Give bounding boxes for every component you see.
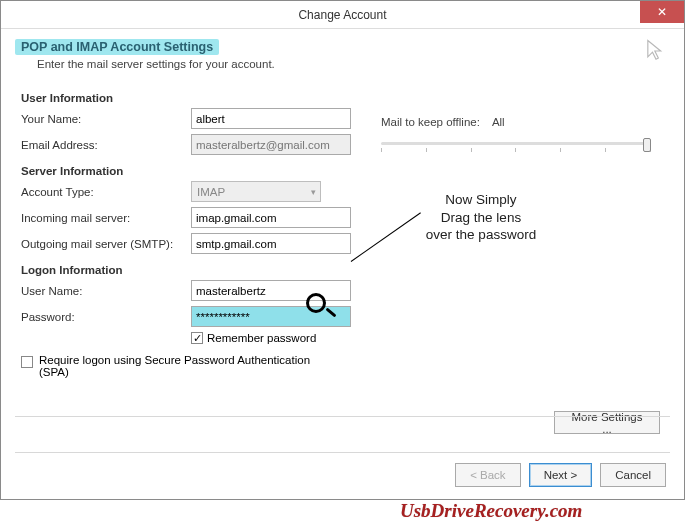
spa-checkbox[interactable]: Require logon using Secure Password Auth… bbox=[21, 354, 341, 378]
offline-value: All bbox=[492, 116, 505, 128]
back-button: < Back bbox=[455, 463, 520, 487]
email-label: Email Address: bbox=[21, 139, 191, 151]
account-type-select: IMAP ▾ bbox=[191, 181, 321, 202]
username-field[interactable] bbox=[191, 280, 351, 301]
name-field[interactable] bbox=[191, 108, 351, 129]
outgoing-server-field[interactable] bbox=[191, 233, 351, 254]
cancel-button[interactable]: Cancel bbox=[600, 463, 666, 487]
checkbox-empty-icon bbox=[21, 356, 33, 368]
offline-slider[interactable] bbox=[381, 136, 651, 154]
name-label: Your Name: bbox=[21, 113, 191, 125]
email-field[interactable] bbox=[191, 134, 351, 155]
slider-track bbox=[381, 142, 651, 145]
checkbox-icon: ✓ bbox=[191, 332, 203, 344]
magnifier-icon bbox=[306, 293, 326, 313]
cursor-icon bbox=[642, 37, 670, 65]
page-heading: POP and IMAP Account Settings bbox=[15, 39, 219, 55]
close-icon: ✕ bbox=[657, 5, 667, 19]
watermark-text: UsbDriveRecovery.com bbox=[400, 500, 582, 522]
slider-thumb[interactable] bbox=[643, 138, 651, 152]
page-subtext: Enter the mail server settings for your … bbox=[37, 58, 642, 70]
username-label: User Name: bbox=[21, 285, 191, 297]
chevron-down-icon: ▾ bbox=[311, 187, 316, 197]
password-label: Password: bbox=[21, 311, 191, 323]
account-type-label: Account Type: bbox=[21, 186, 191, 198]
remember-password-label: Remember password bbox=[207, 332, 316, 344]
user-info-header: User Information bbox=[21, 92, 664, 104]
titlebar: Change Account ✕ bbox=[1, 1, 684, 29]
incoming-label: Incoming mail server: bbox=[21, 212, 191, 224]
account-type-value: IMAP bbox=[197, 186, 225, 198]
close-button[interactable]: ✕ bbox=[640, 1, 684, 23]
window-title: Change Account bbox=[298, 8, 386, 22]
slider-ticks bbox=[381, 148, 651, 153]
server-info-header: Server Information bbox=[21, 165, 664, 177]
logon-info-header: Logon Information bbox=[21, 264, 664, 276]
divider bbox=[15, 452, 670, 453]
instruction-callout: Now Simply Drag the lens over the passwo… bbox=[401, 191, 561, 244]
offline-label: Mail to keep offline: bbox=[381, 116, 480, 128]
incoming-server-field[interactable] bbox=[191, 207, 351, 228]
more-settings-button[interactable]: More Settings ... bbox=[554, 411, 660, 434]
remember-password-checkbox[interactable]: ✓ Remember password bbox=[191, 332, 664, 344]
divider bbox=[15, 416, 670, 417]
spa-label: Require logon using Secure Password Auth… bbox=[39, 354, 341, 378]
dialog-window: Change Account ✕ POP and IMAP Account Se… bbox=[0, 0, 685, 500]
next-button[interactable]: Next > bbox=[529, 463, 593, 487]
outgoing-label: Outgoing mail server (SMTP): bbox=[21, 238, 191, 250]
